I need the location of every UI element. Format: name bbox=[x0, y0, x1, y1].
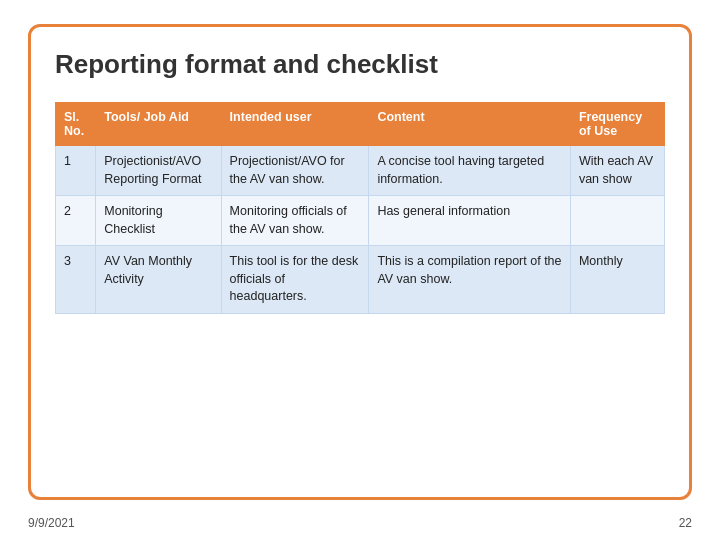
cell-0-2: Projectionist/AVO for the AV van show. bbox=[221, 146, 369, 196]
table-body: 1Projectionist/AVO Reporting FormatProje… bbox=[56, 146, 665, 314]
cell-2-1: AV Van Monthly Activity bbox=[96, 246, 221, 314]
footer-date: 9/9/2021 bbox=[28, 516, 75, 530]
footer-page: 22 bbox=[679, 516, 692, 530]
header-tools: Tools/ Job Aid bbox=[96, 103, 221, 146]
cell-2-4: Monthly bbox=[570, 246, 664, 314]
table-row: 1Projectionist/AVO Reporting FormatProje… bbox=[56, 146, 665, 196]
cell-2-0: 3 bbox=[56, 246, 96, 314]
header-frequency: Frequency of Use bbox=[570, 103, 664, 146]
main-table: Sl. No. Tools/ Job Aid Intended user Con… bbox=[55, 102, 665, 314]
slide-border: Reporting format and checklist Sl. No. T… bbox=[28, 24, 692, 500]
slide-title: Reporting format and checklist bbox=[55, 49, 665, 80]
header-sl: Sl. No. bbox=[56, 103, 96, 146]
footer: 9/9/2021 22 bbox=[28, 516, 692, 530]
table-row: 2Monitoring ChecklistMonitoring official… bbox=[56, 196, 665, 246]
table-header-row: Sl. No. Tools/ Job Aid Intended user Con… bbox=[56, 103, 665, 146]
cell-2-3: This is a compilation report of the AV v… bbox=[369, 246, 571, 314]
cell-1-3: Has general information bbox=[369, 196, 571, 246]
cell-1-4 bbox=[570, 196, 664, 246]
cell-2-2: This tool is for the desk officials of h… bbox=[221, 246, 369, 314]
table-row: 3AV Van Monthly ActivityThis tool is for… bbox=[56, 246, 665, 314]
cell-1-1: Monitoring Checklist bbox=[96, 196, 221, 246]
header-intended: Intended user bbox=[221, 103, 369, 146]
slide-container: Reporting format and checklist Sl. No. T… bbox=[0, 0, 720, 540]
cell-1-2: Monitoring officials of the AV van show. bbox=[221, 196, 369, 246]
header-content: Content bbox=[369, 103, 571, 146]
cell-0-1: Projectionist/AVO Reporting Format bbox=[96, 146, 221, 196]
cell-0-4: With each AV van show bbox=[570, 146, 664, 196]
cell-0-0: 1 bbox=[56, 146, 96, 196]
cell-1-0: 2 bbox=[56, 196, 96, 246]
cell-0-3: A concise tool having targeted informati… bbox=[369, 146, 571, 196]
